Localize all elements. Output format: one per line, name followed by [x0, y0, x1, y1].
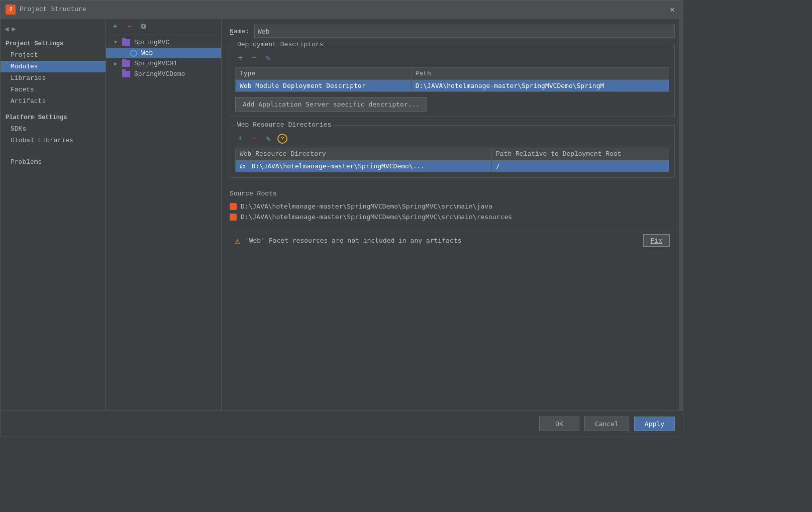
name-label: Name: — [230, 28, 249, 35]
dialog-body: ◀ ▶ Project Settings Project Modules Lib… — [1, 19, 683, 437]
webres-dir-header: Web Resource Directory — [236, 148, 492, 160]
sidebar-item-sdks[interactable]: SDKs — [1, 123, 106, 135]
deployment-descriptors-section: Deployment Descriptors + − ✎ Type Path — [230, 45, 675, 117]
webres-help-button[interactable]: ? — [277, 134, 287, 144]
tree-remove-button[interactable]: − — [124, 22, 134, 32]
deployment-toolbar: + − ✎ — [235, 53, 669, 63]
deployment-remove-button[interactable]: − — [249, 53, 259, 63]
tree-expand-arrow: ▼ — [114, 40, 120, 45]
action-bar: OK Cancel Apply — [1, 411, 683, 437]
table-row[interactable]: Web Module Deployment Descriptor D:\JAVA… — [236, 80, 669, 92]
project-structure-dialog: J Project Structure ✕ ◀ ▶ Project Settin… — [0, 0, 683, 437]
webres-edit-button[interactable]: ✎ — [263, 134, 273, 144]
tree-add-button[interactable]: + — [110, 22, 120, 32]
title-bar: J Project Structure ✕ — [1, 1, 683, 19]
web-resource-title: Web Resource Directories — [235, 121, 333, 129]
deployment-path-cell: D:\JAVA\hotelmanage-master\SpringMVCDemo… — [411, 80, 669, 92]
source-checkbox-1[interactable] — [230, 203, 237, 210]
webres-add-button[interactable]: + — [235, 134, 245, 144]
cancel-button[interactable]: Cancel — [584, 417, 629, 431]
nav-arrows: ◀ ▶ — [1, 23, 106, 35]
deployment-descriptors-body: + − ✎ Type Path Web Mo — [230, 45, 674, 117]
web-resource-toolbar: + − ✎ ? — [235, 134, 669, 144]
webres-table: Web Resource Directory Path Relative to … — [235, 148, 669, 172]
deployment-path-header: Path — [411, 68, 669, 80]
deployment-type-cell: Web Module Deployment Descriptor — [236, 80, 412, 92]
webres-dir-cell: 🗂 D:\JAVA\hotelmanage-master\SpringMVCDe… — [236, 160, 492, 172]
tree-panel: + − ⧉ ▼ SpringMVC Web ▶ — [106, 19, 222, 437]
apply-button[interactable]: Apply — [634, 417, 675, 431]
ok-button[interactable]: OK — [539, 417, 579, 431]
deployment-table: Type Path Web Module Deployment Descript… — [235, 67, 669, 92]
forward-arrow[interactable]: ▶ — [12, 25, 16, 33]
source-path-2: D:\JAVA\hotelmanage-master\SpringMVCDemo… — [241, 213, 512, 221]
sidebar-item-project[interactable]: Project — [1, 49, 106, 61]
source-roots-title: Source Roots — [230, 190, 675, 197]
dialog-title: Project Structure — [20, 6, 667, 13]
webres-relpath-cell: / — [491, 160, 669, 172]
warning-text: 'Web' Facet resources are not included i… — [245, 237, 638, 244]
tree-toolbar: + − ⧉ — [106, 19, 221, 35]
warning-bar: ⚠ 'Web' Facet resources are not included… — [230, 231, 675, 250]
tree-item-springmvcdemo[interactable]: SpringMVCDemo — [106, 69, 221, 79]
source-checkbox-2[interactable] — [230, 214, 237, 221]
warning-icon: ⚠ — [235, 235, 240, 246]
content-panel: Name: Deployment Descriptors + − ✎ — [222, 19, 683, 437]
deployment-add-button[interactable]: + — [235, 53, 245, 63]
close-button[interactable]: ✕ — [667, 4, 678, 16]
folder-icon-springmvc01 — [122, 60, 130, 67]
web-resource-section: Web Resource Directories + − ✎ ? Web Res… — [230, 125, 675, 178]
webres-path-header: Path Relative to Deployment Root — [491, 148, 669, 160]
platform-settings-header: Platform Settings — [1, 111, 106, 123]
scrollbar[interactable] — [679, 19, 683, 411]
sidebar-item-global-libraries[interactable]: Global Libraries — [1, 135, 106, 146]
sidebar-item-libraries[interactable]: Libraries — [1, 72, 106, 84]
sidebar-item-problems[interactable]: Problems — [1, 156, 106, 168]
web-icon — [130, 50, 137, 57]
back-arrow[interactable]: ◀ — [5, 25, 9, 33]
add-server-button[interactable]: Add Application Server specific descript… — [235, 97, 427, 112]
folder-icon-springmvc — [122, 39, 130, 46]
tree-content: ▼ SpringMVC Web ▶ SpringMVC01 — [106, 35, 221, 437]
app-icon: J — [6, 5, 16, 15]
source-root-row-2: D:\JAVA\hotelmanage-master\SpringMVCDemo… — [230, 213, 675, 221]
fix-button[interactable]: Fix — [643, 234, 670, 247]
deployment-edit-button[interactable]: ✎ — [263, 53, 273, 63]
folder-icon-springmvcdemo — [122, 71, 130, 77]
project-settings-header: Project Settings — [1, 37, 106, 49]
table-row[interactable]: 🗂 D:\JAVA\hotelmanage-master\SpringMVCDe… — [236, 160, 669, 172]
name-input[interactable] — [254, 25, 675, 38]
tree-collapse-arrow: ▶ — [114, 61, 120, 67]
deployment-type-header: Type — [236, 68, 412, 80]
sidebar-item-facets[interactable]: Facets — [1, 84, 106, 95]
sidebar-item-artifacts[interactable]: Artifacts — [1, 95, 106, 107]
sidebar-item-modules[interactable]: Modules — [1, 61, 106, 72]
tree-copy-button[interactable]: ⧉ — [138, 22, 148, 32]
web-resource-body: + − ✎ ? Web Resource Directory Path Rela… — [230, 126, 674, 177]
source-roots-section: Source Roots D:\JAVA\hotelmanage-master\… — [230, 190, 675, 224]
source-root-row-1: D:\JAVA\hotelmanage-master\SpringMVCDemo… — [230, 202, 675, 210]
deployment-descriptors-title: Deployment Descriptors — [235, 41, 326, 48]
sidebar: ◀ ▶ Project Settings Project Modules Lib… — [1, 19, 106, 437]
tree-item-springmvc01[interactable]: ▶ SpringMVC01 — [106, 58, 221, 69]
source-path-1: D:\JAVA\hotelmanage-master\SpringMVCDemo… — [241, 202, 492, 210]
webres-remove-button[interactable]: − — [249, 134, 259, 144]
tree-item-springmvc[interactable]: ▼ SpringMVC — [106, 37, 221, 48]
name-field-row: Name: — [230, 25, 675, 38]
tree-item-web[interactable]: Web — [106, 48, 221, 58]
